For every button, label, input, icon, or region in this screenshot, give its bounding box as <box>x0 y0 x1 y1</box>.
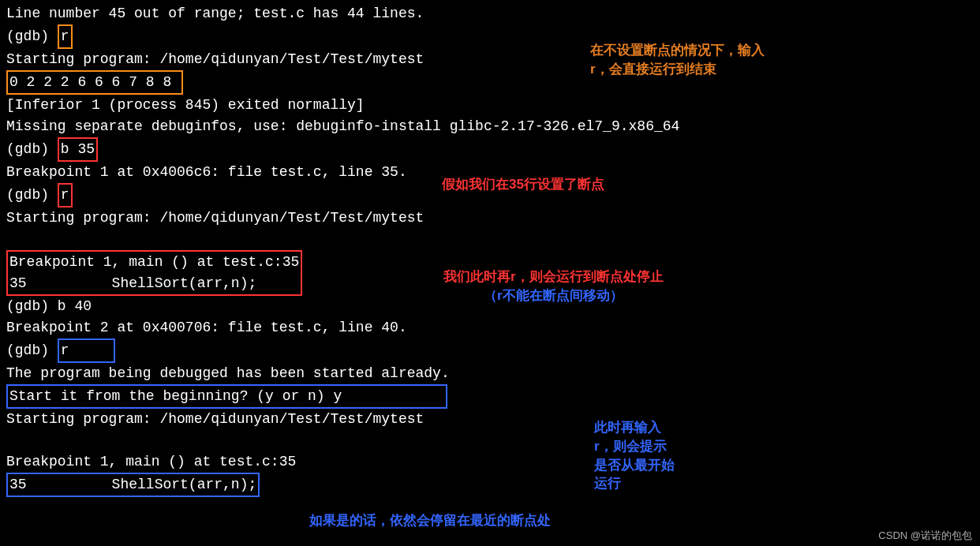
breakpoint-hit-box: 35 ShellSort(arr,n); <box>6 473 260 497</box>
terminal-line <box>6 430 974 451</box>
terminal-line: Starting program: /home/qidunyan/Test/Te… <box>6 409 974 430</box>
annotation-text: 是否从最开始 <box>594 456 675 475</box>
annotation-text: （r不能在断点间移动） <box>443 286 664 305</box>
annotation-text: r，会直接运行到结束 <box>590 60 765 79</box>
terminal-line: 35 ShellSort(arr,n); <box>9 273 299 294</box>
command-r-box: r <box>58 24 73 49</box>
gdb-prompt: (gdb) <box>6 141 58 157</box>
command-r-box: r <box>58 338 115 363</box>
command-b35-box: b 35 <box>58 137 98 162</box>
terminal-line: Missing separate debuginfos, use: debugi… <box>6 116 974 137</box>
gdb-prompt: (gdb) <box>6 298 58 314</box>
restart-prompt-box: Start it from the beginning? (y or n) y <box>6 384 447 409</box>
gdb-prompt: (gdb) <box>6 342 58 358</box>
annotation-stay-at-bp: 如果是的话，依然会停留在最近的断点处 <box>309 511 551 530</box>
terminal-line <box>6 229 974 250</box>
terminal-line: 35 ShellSort(arr,n); <box>6 473 974 497</box>
annotation-no-breakpoint: 在不设置断点的情况下，输入 r，会直接运行到结束 <box>590 41 765 79</box>
terminal-line: Breakpoint 1, main () at test.c:35 <box>9 252 299 273</box>
annotation-run-to-bp: 我们此时再r，则会运行到断点处停止 （r不能在断点间移动） <box>443 267 664 305</box>
terminal-line: (gdb) r <box>6 338 974 363</box>
annotation-text: r，则会提示 <box>594 437 675 456</box>
terminal-line: [Inferior 1 (process 845) exited normall… <box>6 95 974 116</box>
terminal-line: (gdb) b 35 <box>6 137 974 162</box>
sorted-output-box: 0 2 2 2 6 6 6 7 8 8 <box>6 70 183 95</box>
terminal-line: The program being debugged has been star… <box>6 363 974 384</box>
terminal-line: Starting program: /home/qidunyan/Test/Te… <box>6 49 974 70</box>
terminal-line: Breakpoint 2 at 0x400706: file test.c, l… <box>6 317 974 338</box>
annotation-text: 我们此时再r，则会运行到断点处停止 <box>443 267 664 286</box>
command-r-box: r <box>58 183 73 208</box>
terminal-line: Starting program: /home/qidunyan/Test/Te… <box>6 208 974 229</box>
terminal-line: 0 2 2 2 6 6 6 7 8 8 <box>6 70 974 95</box>
annotation-text: 此时再输入 <box>594 418 675 437</box>
terminal-line: Breakpoint 1, main () at test.c:35 <box>6 451 974 473</box>
annotation-restart-prompt: 此时再输入 r，则会提示 是否从最开始 运行 <box>594 418 675 493</box>
command-b40: b 40 <box>58 298 92 314</box>
annotation-text: 运行 <box>594 474 675 493</box>
watermark: CSDN @诺诺的包包 <box>878 528 972 544</box>
terminal-line: Start it from the beginning? (y or n) y <box>6 384 974 409</box>
terminal-line: Line number 45 out of range; test.c has … <box>6 3 974 24</box>
terminal-line: (gdb) r <box>6 24 974 49</box>
annotation-text: 在不设置断点的情况下，输入 <box>590 41 765 60</box>
gdb-prompt: (gdb) <box>6 28 58 44</box>
annotation-set-bp35: 假如我们在35行设置了断点 <box>442 175 604 194</box>
gdb-prompt: (gdb) <box>6 187 58 203</box>
breakpoint-hit-box: Breakpoint 1, main () at test.c:35 35 Sh… <box>6 250 302 296</box>
